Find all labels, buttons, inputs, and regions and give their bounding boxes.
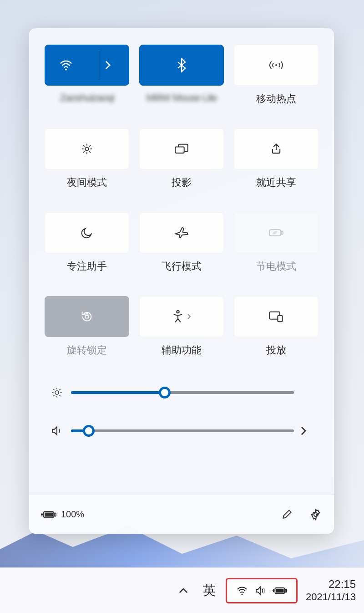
tile-wrap-wifi: Zaoshuizaoqi	[45, 45, 129, 106]
volume-slider[interactable]	[71, 429, 294, 432]
tile-label: 旋转锁定	[67, 343, 107, 357]
quick-settings-panel: Zaoshuizaoqi MIIIW Mouse Lite	[29, 28, 334, 534]
tile-label: 专注助手	[67, 260, 107, 273]
brightness-icon	[49, 387, 65, 398]
brightness-slider[interactable]	[71, 391, 294, 394]
svg-line-23	[54, 389, 55, 390]
accessibility-icon	[172, 310, 184, 323]
airplane-icon	[174, 226, 189, 240]
tile-accessibility[interactable]	[139, 296, 224, 337]
bluetooth-icon	[177, 58, 186, 72]
tile-wifi[interactable]	[45, 45, 129, 86]
svg-rect-14	[86, 316, 89, 318]
share-icon	[270, 143, 283, 155]
clock[interactable]: 22:15 2021/11/13	[306, 578, 356, 603]
svg-point-31	[241, 593, 243, 595]
svg-point-0	[65, 69, 67, 71]
ime-indicator[interactable]: 英	[201, 582, 217, 599]
volume-icon	[49, 425, 65, 436]
battery-status[interactable]: 100%	[41, 509, 84, 520]
hotspot-icon	[269, 59, 283, 71]
svg-point-1	[275, 64, 277, 66]
battery-percent: 100%	[61, 509, 84, 520]
rotation-lock-icon	[80, 310, 94, 323]
tile-hotspot[interactable]	[234, 45, 318, 86]
gear-icon	[309, 508, 322, 521]
tile-label: 移动热点	[256, 92, 296, 106]
tile-row: 专注助手 飞行模式 节电模式	[45, 212, 318, 273]
svg-rect-13	[281, 231, 283, 235]
tile-row: Zaoshuizaoqi MIIIW Mouse Lite	[45, 45, 318, 106]
tile-wrap-bluetooth: MIIIW Mouse Lite	[139, 45, 224, 106]
svg-point-15	[177, 311, 179, 313]
tile-label: 夜间模式	[67, 176, 107, 189]
tile-label: MIIIW Mouse Lite	[146, 92, 217, 104]
wifi-chevron[interactable]	[87, 60, 129, 70]
tile-wrap-hotspot: 移动热点	[234, 45, 318, 106]
svg-rect-17	[278, 316, 282, 322]
brightness-low-icon	[81, 143, 93, 155]
pencil-icon	[281, 508, 293, 520]
volume-tray-icon[interactable]	[254, 586, 266, 596]
svg-line-9	[90, 145, 91, 146]
tile-bluetooth[interactable]	[139, 45, 224, 86]
annotation-highlight	[226, 578, 298, 603]
system-tray[interactable]	[229, 581, 294, 600]
tile-label: 节电模式	[256, 260, 296, 273]
settings-button[interactable]	[309, 508, 322, 521]
battery-tray-icon[interactable]	[273, 586, 287, 595]
cast-icon	[268, 311, 284, 322]
svg-line-25	[60, 389, 61, 390]
svg-rect-33	[285, 589, 287, 592]
tile-label: 辅助功能	[162, 343, 202, 357]
tile-cast[interactable]	[234, 296, 318, 337]
taskbar: 英 22:15 2021/11/13	[0, 567, 364, 613]
svg-point-2	[85, 147, 88, 150]
tile-nearby[interactable]	[234, 128, 318, 169]
tile-nightlight[interactable]	[45, 128, 129, 169]
tile-label: Zaoshuizaoqi	[60, 92, 114, 104]
edit-button[interactable]	[281, 508, 293, 521]
svg-line-8	[90, 152, 91, 153]
tile-wrap-focus: 专注助手	[45, 212, 129, 273]
tile-label: 投放	[266, 343, 286, 357]
volume-output-chevron[interactable]	[300, 426, 314, 436]
svg-line-26	[54, 395, 55, 396]
tile-divider	[99, 51, 99, 80]
moon-icon	[81, 226, 93, 239]
svg-rect-28	[54, 513, 56, 516]
tile-wrap-nightlight: 夜间模式	[45, 128, 129, 189]
wifi-tray-icon[interactable]	[236, 586, 248, 595]
svg-point-18	[55, 391, 59, 394]
wifi-icon[interactable]	[45, 60, 87, 71]
tile-battery-saver	[234, 212, 318, 253]
tile-label: 飞行模式	[162, 260, 202, 273]
chevron-right-icon	[187, 313, 191, 320]
svg-line-24	[60, 395, 61, 396]
brightness-slider-row	[49, 387, 314, 398]
tray-overflow-chevron[interactable]	[174, 585, 193, 597]
tile-wrap-rotation: 旋转锁定	[45, 296, 129, 357]
duplicate-screens-icon	[174, 143, 189, 155]
tile-row: 旋转锁定 辅助功能	[45, 296, 318, 357]
panel-footer: 100%	[29, 495, 334, 534]
tile-wrap-nearby: 就近共享	[234, 128, 318, 189]
svg-rect-11	[175, 147, 184, 153]
leaf-battery-icon	[268, 228, 284, 238]
clock-date: 2021/11/13	[306, 591, 356, 603]
svg-line-10	[83, 152, 84, 153]
tile-label: 就近共享	[256, 176, 296, 189]
tile-wrap-airplane: 飞行模式	[139, 212, 224, 273]
tile-row: 夜间模式 投影 就近共享	[45, 128, 318, 189]
tile-wrap-battery-saver: 节电模式	[234, 212, 318, 273]
tile-project[interactable]	[139, 128, 224, 169]
tiles-area: Zaoshuizaoqi MIIIW Mouse Lite	[29, 28, 334, 365]
tile-airplane[interactable]	[139, 212, 224, 253]
svg-rect-29	[45, 512, 53, 516]
tile-focus[interactable]	[45, 212, 129, 253]
tile-rotation-lock	[45, 296, 129, 337]
svg-rect-34	[276, 588, 283, 593]
tile-wrap-project: 投影	[139, 128, 224, 189]
svg-line-7	[83, 145, 84, 146]
tile-wrap-accessibility: 辅助功能	[139, 296, 224, 357]
